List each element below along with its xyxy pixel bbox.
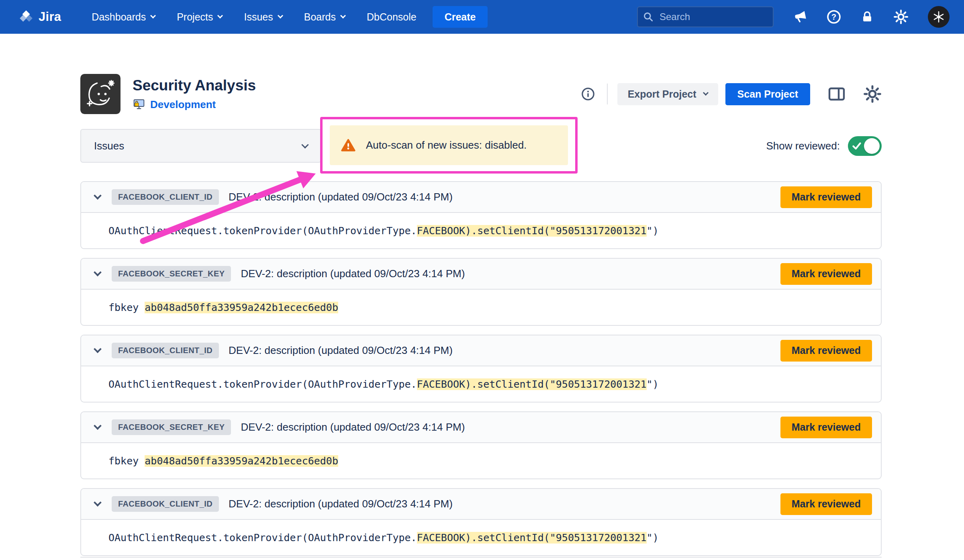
page-settings-icon[interactable] — [863, 85, 882, 103]
issue-type-badge: FACEBOOK_SECRET_KEY — [112, 266, 231, 282]
next-card-top-border — [80, 557, 882, 558]
issue-card: FACEBOOK_CLIENT_ID DEV-2: description (u… — [80, 335, 882, 403]
info-icon[interactable] — [581, 87, 595, 101]
issue-card-header: FACEBOOK_CLIENT_ID DEV-2: description (u… — [81, 335, 881, 366]
toggle-knob — [864, 138, 880, 154]
issue-card: FACEBOOK_CLIENT_ID DEV-2: description (u… — [80, 181, 882, 249]
issue-list: FACEBOOK_CLIENT_ID DEV-2: description (u… — [80, 181, 882, 556]
code-segment-highlighted: ab048ad50ffa33959a242b1ecec6ed0b — [145, 455, 338, 467]
issue-code: OAuthClientRequest.tokenProvider(OAuthPr… — [108, 225, 659, 237]
search-input[interactable] — [637, 6, 774, 27]
nav-icon-buttons: ? — [793, 6, 950, 28]
app-avatar[interactable] — [928, 6, 950, 28]
code-segment-highlighted: ab048ad50ffa33959a242b1ecec6ed0b — [145, 302, 338, 313]
settings-icon[interactable] — [893, 9, 909, 25]
nav-item-label: Projects — [177, 11, 213, 23]
issue-code: fbkey ab048ad50ffa33959a242b1ecec6ed0b — [108, 302, 338, 313]
mark-reviewed-button[interactable]: Mark reviewed — [780, 263, 872, 285]
nav-item-issues[interactable]: Issues — [244, 11, 282, 23]
header-controls: Export Project Scan Project — [581, 83, 882, 105]
issues-select[interactable]: Issues — [80, 129, 321, 163]
collapse-chevron-icon[interactable] — [94, 499, 102, 507]
issue-card-header: FACEBOOK_CLIENT_ID DEV-2: description (u… — [81, 182, 881, 213]
code-segment: ") — [647, 532, 659, 544]
warning-icon — [340, 137, 356, 153]
issue-code: fbkey ab048ad50ffa33959a242b1ecec6ed0b — [108, 455, 338, 467]
issue-card: FACEBOOK_SECRET_KEY DEV-2: description (… — [80, 411, 882, 479]
search-container — [637, 6, 774, 27]
nav-item-label: Boards — [304, 11, 336, 23]
issue-type-badge: FACEBOOK_CLIENT_ID — [112, 496, 219, 512]
board-layout-icon[interactable] — [827, 84, 846, 104]
mark-reviewed-button[interactable]: Mark reviewed — [780, 493, 872, 515]
show-reviewed-label: Show reviewed: — [766, 140, 840, 152]
issue-code: OAuthClientRequest.tokenProvider(OAuthPr… — [108, 532, 659, 544]
issue-type-badge: FACEBOOK_CLIENT_ID — [112, 189, 219, 205]
collapse-chevron-icon[interactable] — [94, 422, 102, 430]
code-segment: OAuthClientRequest.tokenProvider(OAuthPr… — [108, 225, 417, 237]
issue-title: DEV-2: description (updated 09/Oct/23 4:… — [229, 498, 453, 510]
divider — [607, 84, 608, 104]
nav-item-dbconsole[interactable]: DbConsole — [367, 11, 417, 23]
issue-card-body: fbkey ab048ad50ffa33959a242b1ecec6ed0b — [81, 290, 881, 325]
mark-reviewed-button[interactable]: Mark reviewed — [780, 186, 872, 208]
annotation-highlight-box: Auto-scan of new issues: disabled. — [320, 117, 578, 174]
chevron-down-icon — [217, 13, 223, 18]
collapse-chevron-icon[interactable] — [94, 268, 102, 276]
brand-name: Jira — [39, 10, 61, 24]
issue-title: DEV-2: description (updated 09/Oct/23 4:… — [229, 191, 453, 203]
chevron-down-icon — [150, 13, 156, 18]
export-project-label: Export Project — [628, 88, 696, 100]
auto-scan-warning: Auto-scan of new issues: disabled. — [330, 125, 568, 165]
nav-item-projects[interactable]: Projects — [177, 11, 222, 23]
issue-card-header: FACEBOOK_SECRET_KEY DEV-2: description (… — [81, 412, 881, 443]
chevron-down-icon — [703, 90, 708, 96]
create-button[interactable]: Create — [433, 6, 488, 28]
warning-text: Auto-scan of new issues: disabled. — [366, 139, 527, 151]
snowflake-avatar-icon — [932, 10, 946, 24]
scan-project-button[interactable]: Scan Project — [725, 83, 810, 105]
code-segment: fbkey — [108, 455, 145, 467]
help-icon[interactable]: ? — [827, 10, 841, 24]
svg-text:?: ? — [831, 12, 836, 21]
code-segment: ") — [647, 225, 659, 237]
issues-select-value: Issues — [94, 140, 124, 152]
development-category-icon — [133, 98, 145, 111]
project-title-block: Security Analysis Development — [133, 77, 256, 111]
issue-type-badge: FACEBOOK_SECRET_KEY — [112, 419, 231, 435]
issue-code: OAuthClientRequest.tokenProvider(OAuthPr… — [108, 378, 659, 390]
collapse-chevron-icon[interactable] — [94, 192, 102, 200]
check-icon — [852, 142, 861, 151]
mark-reviewed-button[interactable]: Mark reviewed — [780, 340, 872, 362]
lock-icon[interactable] — [860, 10, 874, 24]
collapse-chevron-icon[interactable] — [94, 345, 102, 353]
mark-reviewed-button[interactable]: Mark reviewed — [780, 417, 872, 438]
show-reviewed-toggle[interactable] — [848, 136, 882, 156]
code-segment: ") — [647, 378, 659, 390]
code-segment-highlighted: FACEBOOK).setClientId("950513172001321 — [417, 378, 647, 390]
project-link-development[interactable]: Development — [150, 98, 216, 111]
announcement-icon[interactable] — [793, 10, 807, 24]
project-avatar[interactable] — [80, 74, 120, 114]
chevron-down-icon — [278, 13, 283, 18]
chevron-down-icon — [301, 141, 308, 148]
issue-card-header: FACEBOOK_SECRET_KEY DEV-2: description (… — [81, 259, 881, 290]
page: { "nav": { "brand": "Jira", "items": [ {… — [0, 0, 964, 560]
issue-card-body: OAuthClientRequest.tokenProvider(OAuthPr… — [81, 366, 881, 402]
code-segment-highlighted: FACEBOOK).setClientId("950513172001321 — [417, 532, 647, 544]
nav-item-label: Dashboards — [92, 11, 146, 23]
nav-item-dashboards[interactable]: Dashboards — [92, 11, 155, 23]
issue-title: DEV-2: description (updated 09/Oct/23 4:… — [229, 344, 453, 357]
page-title: Security Analysis — [133, 77, 256, 94]
chevron-down-icon — [340, 13, 346, 18]
code-segment-highlighted: FACEBOOK).setClientId("950513172001321 — [417, 225, 647, 237]
issue-card-body: fbkey ab048ad50ffa33959a242b1ecec6ed0b — [81, 443, 881, 478]
nav-item-boards[interactable]: Boards — [304, 11, 345, 23]
export-project-button[interactable]: Export Project — [617, 83, 718, 105]
project-category: Development — [133, 98, 256, 111]
issue-card: FACEBOOK_CLIENT_ID DEV-2: description (u… — [80, 488, 882, 556]
jira-logo[interactable]: Jira — [18, 9, 61, 25]
nav-item-label: Issues — [244, 11, 273, 23]
issue-card-body: OAuthClientRequest.tokenProvider(OAuthPr… — [81, 213, 881, 248]
issue-card: FACEBOOK_SECRET_KEY DEV-2: description (… — [80, 258, 882, 326]
